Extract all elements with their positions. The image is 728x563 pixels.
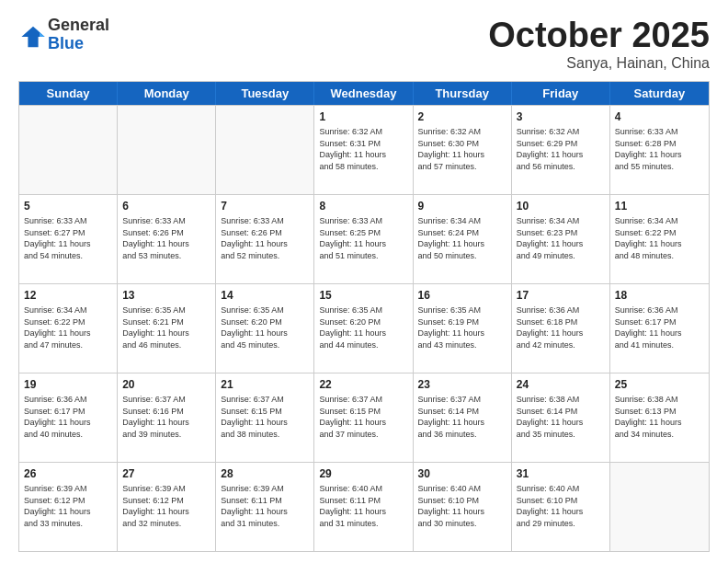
- day-cell-28: 28Sunrise: 6:39 AM Sunset: 6:11 PM Dayli…: [216, 463, 314, 551]
- cell-info: Sunrise: 6:32 AM Sunset: 6:29 PM Dayligh…: [517, 126, 605, 172]
- day-number: 23: [418, 377, 506, 392]
- day-cell-1: 1Sunrise: 6:32 AM Sunset: 6:31 PM Daylig…: [314, 106, 413, 194]
- cell-info: Sunrise: 6:35 AM Sunset: 6:21 PM Dayligh…: [122, 304, 210, 350]
- day-cell-4: 4Sunrise: 6:33 AM Sunset: 6:28 PM Daylig…: [610, 106, 709, 194]
- header-day-friday: Friday: [512, 82, 610, 105]
- cell-info: Sunrise: 6:37 AM Sunset: 6:14 PM Dayligh…: [418, 394, 506, 440]
- day-number: 8: [319, 199, 407, 213]
- day-number: 26: [24, 466, 112, 481]
- page: General Blue October 2025 Sanya, Hainan,…: [0, 0, 728, 563]
- logo-icon: [20, 24, 46, 50]
- header-day-thursday: Thursday: [414, 82, 512, 105]
- day-number: 18: [615, 288, 704, 303]
- day-cell-25: 25Sunrise: 6:38 AM Sunset: 6:13 PM Dayli…: [610, 373, 709, 462]
- cell-info: Sunrise: 6:33 AM Sunset: 6:27 PM Dayligh…: [24, 215, 112, 261]
- week-row-4: 26Sunrise: 6:39 AM Sunset: 6:12 PM Dayli…: [19, 462, 709, 551]
- day-cell-18: 18Sunrise: 6:36 AM Sunset: 6:17 PM Dayli…: [610, 284, 709, 373]
- day-cell-8: 8Sunrise: 6:33 AM Sunset: 6:25 PM Daylig…: [314, 195, 413, 283]
- cell-info: Sunrise: 6:32 AM Sunset: 6:30 PM Dayligh…: [418, 126, 506, 172]
- cell-info: Sunrise: 6:34 AM Sunset: 6:24 PM Dayligh…: [418, 215, 506, 261]
- title-block: October 2025 Sanya, Hainan, China: [488, 17, 710, 72]
- cell-info: Sunrise: 6:36 AM Sunset: 6:17 PM Dayligh…: [615, 304, 704, 350]
- day-number: 6: [122, 199, 210, 213]
- day-cell-19: 19Sunrise: 6:36 AM Sunset: 6:17 PM Dayli…: [19, 373, 118, 462]
- day-number: 4: [615, 109, 704, 124]
- day-cell-9: 9Sunrise: 6:34 AM Sunset: 6:24 PM Daylig…: [414, 195, 512, 283]
- logo-blue-text: Blue: [48, 35, 109, 53]
- week-row-0: 1Sunrise: 6:32 AM Sunset: 6:31 PM Daylig…: [19, 105, 709, 194]
- day-number: 31: [517, 466, 605, 481]
- empty-cell: [216, 106, 314, 194]
- cell-info: Sunrise: 6:39 AM Sunset: 6:12 PM Dayligh…: [24, 483, 112, 529]
- day-number: 19: [24, 377, 112, 392]
- header-day-monday: Monday: [118, 82, 216, 105]
- day-number: 28: [221, 466, 309, 481]
- logo-general-text: General: [48, 17, 109, 35]
- day-number: 10: [517, 199, 605, 213]
- day-cell-15: 15Sunrise: 6:35 AM Sunset: 6:20 PM Dayli…: [314, 284, 413, 373]
- day-number: 16: [418, 288, 506, 303]
- day-number: 17: [517, 288, 605, 303]
- logo: General Blue: [18, 17, 109, 53]
- day-cell-13: 13Sunrise: 6:35 AM Sunset: 6:21 PM Dayli…: [118, 284, 216, 373]
- month-title: October 2025: [488, 17, 710, 55]
- cell-info: Sunrise: 6:38 AM Sunset: 6:13 PM Dayligh…: [615, 394, 704, 440]
- day-number: 3: [517, 109, 605, 124]
- header-day-tuesday: Tuesday: [216, 82, 314, 105]
- cell-info: Sunrise: 6:34 AM Sunset: 6:23 PM Dayligh…: [517, 215, 605, 261]
- day-number: 11: [615, 199, 704, 213]
- week-row-2: 12Sunrise: 6:34 AM Sunset: 6:22 PM Dayli…: [19, 283, 709, 373]
- day-number: 2: [418, 109, 506, 124]
- cell-info: Sunrise: 6:33 AM Sunset: 6:25 PM Dayligh…: [319, 215, 407, 261]
- day-number: 12: [24, 288, 112, 303]
- day-cell-14: 14Sunrise: 6:35 AM Sunset: 6:20 PM Dayli…: [216, 284, 314, 373]
- day-number: 9: [418, 199, 506, 213]
- cell-info: Sunrise: 6:37 AM Sunset: 6:15 PM Dayligh…: [221, 394, 309, 440]
- day-cell-12: 12Sunrise: 6:34 AM Sunset: 6:22 PM Dayli…: [19, 284, 118, 373]
- calendar-header: SundayMondayTuesdayWednesdayThursdayFrid…: [19, 82, 709, 105]
- day-cell-20: 20Sunrise: 6:37 AM Sunset: 6:16 PM Dayli…: [118, 373, 216, 462]
- cell-info: Sunrise: 6:39 AM Sunset: 6:11 PM Dayligh…: [221, 483, 309, 529]
- cell-info: Sunrise: 6:33 AM Sunset: 6:26 PM Dayligh…: [122, 215, 210, 261]
- cell-info: Sunrise: 6:35 AM Sunset: 6:19 PM Dayligh…: [418, 304, 506, 350]
- empty-cell: [610, 463, 709, 551]
- cell-info: Sunrise: 6:32 AM Sunset: 6:31 PM Dayligh…: [319, 126, 407, 172]
- cell-info: Sunrise: 6:40 AM Sunset: 6:10 PM Dayligh…: [418, 483, 506, 529]
- day-cell-24: 24Sunrise: 6:38 AM Sunset: 6:14 PM Dayli…: [512, 373, 610, 462]
- calendar: SundayMondayTuesdayWednesdayThursdayFrid…: [18, 81, 710, 552]
- day-number: 13: [122, 288, 210, 303]
- day-number: 25: [615, 377, 704, 392]
- day-cell-30: 30Sunrise: 6:40 AM Sunset: 6:10 PM Dayli…: [414, 463, 512, 551]
- week-row-1: 5Sunrise: 6:33 AM Sunset: 6:27 PM Daylig…: [19, 194, 709, 283]
- cell-info: Sunrise: 6:36 AM Sunset: 6:17 PM Dayligh…: [24, 394, 112, 440]
- header-day-sunday: Sunday: [19, 82, 118, 105]
- day-number: 14: [221, 288, 309, 303]
- day-number: 15: [319, 288, 407, 303]
- day-number: 7: [221, 199, 309, 213]
- cell-info: Sunrise: 6:33 AM Sunset: 6:28 PM Dayligh…: [615, 126, 704, 172]
- day-number: 20: [122, 377, 210, 392]
- cell-info: Sunrise: 6:40 AM Sunset: 6:10 PM Dayligh…: [517, 483, 605, 529]
- day-number: 29: [319, 466, 407, 481]
- cell-info: Sunrise: 6:38 AM Sunset: 6:14 PM Dayligh…: [517, 394, 605, 440]
- day-cell-23: 23Sunrise: 6:37 AM Sunset: 6:14 PM Dayli…: [414, 373, 512, 462]
- day-number: 27: [122, 466, 210, 481]
- header: General Blue October 2025 Sanya, Hainan,…: [18, 17, 710, 72]
- day-cell-2: 2Sunrise: 6:32 AM Sunset: 6:30 PM Daylig…: [414, 106, 512, 194]
- cell-info: Sunrise: 6:35 AM Sunset: 6:20 PM Dayligh…: [319, 304, 407, 350]
- header-day-wednesday: Wednesday: [314, 82, 413, 105]
- day-cell-26: 26Sunrise: 6:39 AM Sunset: 6:12 PM Dayli…: [19, 463, 118, 551]
- day-number: 30: [418, 466, 506, 481]
- day-number: 5: [24, 199, 112, 213]
- day-cell-11: 11Sunrise: 6:34 AM Sunset: 6:22 PM Dayli…: [610, 195, 709, 283]
- day-cell-16: 16Sunrise: 6:35 AM Sunset: 6:19 PM Dayli…: [414, 284, 512, 373]
- cell-info: Sunrise: 6:34 AM Sunset: 6:22 PM Dayligh…: [615, 215, 704, 261]
- day-number: 1: [319, 109, 407, 124]
- header-day-saturday: Saturday: [610, 82, 709, 105]
- day-cell-7: 7Sunrise: 6:33 AM Sunset: 6:26 PM Daylig…: [216, 195, 314, 283]
- week-row-3: 19Sunrise: 6:36 AM Sunset: 6:17 PM Dayli…: [19, 373, 709, 462]
- empty-cell: [118, 106, 216, 194]
- day-cell-31: 31Sunrise: 6:40 AM Sunset: 6:10 PM Dayli…: [512, 463, 610, 551]
- day-cell-3: 3Sunrise: 6:32 AM Sunset: 6:29 PM Daylig…: [512, 106, 610, 194]
- cell-info: Sunrise: 6:40 AM Sunset: 6:11 PM Dayligh…: [319, 483, 407, 529]
